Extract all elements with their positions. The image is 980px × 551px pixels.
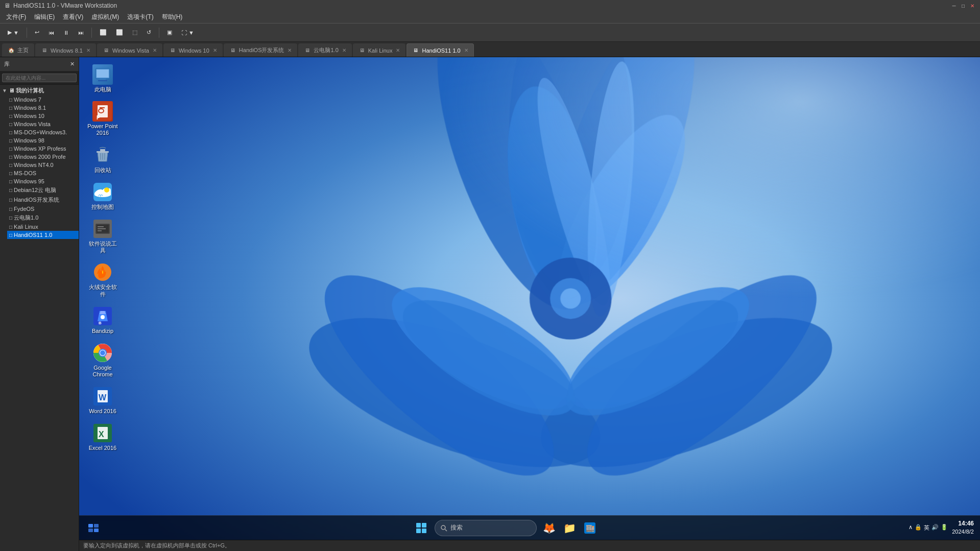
fullscreen-button[interactable]: ⛶ ▼: [178, 26, 198, 40]
desktop-icon-recycle[interactable]: 回收站: [84, 143, 121, 176]
tab-home[interactable]: 🏠 主页: [2, 43, 34, 57]
menu-vm[interactable]: 虚拟机(M): [87, 12, 123, 22]
menu-file[interactable]: 文件(F): [2, 12, 30, 22]
tree-item-win98[interactable]: □ Windows 98: [7, 136, 79, 145]
tab-windows10[interactable]: 🖥 Windows 10 ✕: [163, 43, 223, 57]
tree-item-winxp[interactable]: □ Windows XP Profess: [7, 145, 79, 153]
taskbar-file-explorer[interactable]: [85, 520, 102, 536]
taskbar-app-store[interactable]: 🏬: [582, 520, 598, 536]
next-button[interactable]: ⏭: [75, 26, 87, 40]
tree-item-win2000[interactable]: □ Windows 2000 Profe: [7, 153, 79, 161]
tray-security-icon[interactable]: 🔒: [915, 524, 922, 532]
stop-button[interactable]: ⏸: [60, 26, 73, 40]
tree-item-winnt4[interactable]: □ Windows NT4.0: [7, 161, 79, 169]
desktop-icon-word[interactable]: W Word 2016: [84, 384, 121, 417]
close-tab-vista[interactable]: ✕: [153, 47, 157, 53]
close-tab-windows81[interactable]: ✕: [86, 47, 90, 53]
tree-item-msdos[interactable]: □ MS-DOS: [7, 169, 79, 177]
tree-item-handios-dev[interactable]: □ HandiOS开发系统: [7, 195, 79, 205]
desktop-icon-tool[interactable]: 软件说说工具: [84, 217, 121, 256]
desktop-icons-area: 此电脑 P Power Po: [84, 62, 121, 454]
tab-cloud-pc[interactable]: 🖥 云电脑1.0 ✕: [298, 43, 351, 57]
tree-item-win7[interactable]: □ Windows 7: [7, 95, 79, 104]
tab-kali[interactable]: 🖥 Kali Linux ✕: [353, 43, 406, 57]
time-display[interactable]: 14:46 2024/8/2: [952, 519, 974, 536]
tree-root[interactable]: ▼ 🖥 我的计算机: [0, 86, 79, 95]
tree-item-handios11[interactable]: □ HandiOS11 1.0: [7, 231, 79, 239]
close-tab-kali[interactable]: ✕: [396, 47, 400, 53]
tab-handios11[interactable]: 🖥 HandiOS11 1.0 ✕: [407, 43, 473, 57]
svg-rect-60: [94, 529, 99, 532]
console-button[interactable]: ▣: [163, 26, 176, 40]
tree-label-msdos: MS-DOS: [14, 170, 36, 176]
vm-display[interactable]: 此电脑 P Power Po: [79, 57, 980, 540]
title-bar-left: 🖥 HandiOS11 1.0 - VMware Workstation: [4, 2, 117, 9]
tree-item-kali[interactable]: □ Kali Linux: [7, 223, 79, 231]
power-button[interactable]: ▶ ▼: [4, 26, 22, 40]
tree-item-msdos-win3[interactable]: □ MS-DOS+Windows3.: [7, 128, 79, 136]
console-icon: ▣: [167, 29, 172, 36]
tree-item-win10[interactable]: □ Windows 10: [7, 112, 79, 120]
close-button[interactable]: ✕: [969, 2, 976, 9]
tree-label-win98: Windows 98: [14, 137, 44, 143]
desktop-icon-ppt[interactable]: P Power Point2016: [84, 99, 121, 138]
settings-button-1[interactable]: ⬜: [96, 26, 110, 40]
taskbar-app-folder[interactable]: 📁: [561, 520, 578, 536]
maximize-button[interactable]: □: [960, 2, 967, 9]
tab-handios-dev[interactable]: 🖥 HandiOS开发系统 ✕: [224, 43, 298, 57]
tree-label-win81: Windows 8.1: [14, 105, 46, 111]
minimize-button[interactable]: ─: [950, 2, 958, 9]
power-icon: ▶: [8, 29, 12, 36]
close-tab-handios11[interactable]: ✕: [464, 47, 468, 53]
menu-view[interactable]: 查看(V): [59, 12, 87, 22]
power-dropdown-icon: ▼: [13, 30, 19, 36]
menu-tab[interactable]: 选项卡(T): [123, 12, 157, 22]
previous-icon: ⏮: [49, 30, 54, 36]
svg-rect-59: [94, 524, 99, 528]
vm-icon-cloudpc: □: [9, 215, 12, 221]
desktop-icon-fire[interactable]: 火绒安全软件: [84, 260, 121, 299]
tray-up-arrow[interactable]: ∧: [909, 524, 913, 532]
tray-volume-icon[interactable]: 🔊: [931, 524, 939, 532]
toolbar-divider-2: [91, 28, 92, 38]
settings-button-2[interactable]: ⬜: [112, 26, 127, 40]
desktop-icon-excel[interactable]: X Excel 2016: [84, 421, 121, 453]
menu-edit[interactable]: 编辑(E): [30, 12, 59, 22]
tab-windows81[interactable]: 🖥 Windows 8.1 ✕: [35, 43, 96, 57]
sidebar-search-input[interactable]: [2, 74, 77, 82]
tree-item-fydeos[interactable]: □ FydeOS: [7, 205, 79, 213]
tab-windowsvista[interactable]: 🖥 Windows Vista ✕: [97, 43, 162, 57]
tree-item-cloudpc[interactable]: □ 云电脑1.0: [7, 213, 79, 223]
revert-button[interactable]: ↩: [31, 26, 43, 40]
desktop-icon-chrome[interactable]: GoogleChrome: [84, 341, 121, 380]
settings-icon-1: ⬜: [100, 29, 107, 36]
tree-item-debian[interactable]: □ Debian12云 电脑: [7, 185, 79, 195]
tree-item-win95[interactable]: □ Windows 95: [7, 177, 79, 185]
sidebar-close-btn[interactable]: ✕: [70, 61, 75, 67]
svg-rect-23: [100, 79, 106, 80]
clock-date: 2024/8/2: [952, 528, 974, 536]
start-button[interactable]: [412, 519, 431, 537]
taskbar-app-fox[interactable]: 🦊: [541, 520, 557, 536]
desktop-icon-mypc[interactable]: 此电脑: [84, 62, 121, 95]
settings-button-3[interactable]: ⬚: [129, 26, 141, 40]
close-tab-cloud[interactable]: ✕: [342, 47, 346, 53]
svg-rect-24: [98, 80, 107, 81]
menu-help[interactable]: 帮助(H): [158, 12, 187, 22]
rotate-button[interactable]: ↺: [143, 26, 155, 40]
tray-language-icon[interactable]: 英: [924, 524, 929, 532]
previous-button[interactable]: ⏮: [45, 26, 58, 40]
monitor-icon-w10: 🖥: [169, 47, 176, 54]
title-bar: 🖥 HandiOS11 1.0 - VMware Workstation ─ □…: [0, 0, 980, 11]
tree-item-vista[interactable]: □ Windows Vista: [7, 120, 79, 128]
tree-item-win81[interactable]: □ Windows 8.1: [7, 104, 79, 112]
vm-icon-win81: □: [9, 105, 12, 111]
svg-rect-57: [88, 524, 93, 528]
close-tab-handios[interactable]: ✕: [288, 47, 292, 53]
desktop-icon-weather[interactable]: 控制地图: [84, 180, 121, 212]
monitor-icon-cloud: 🖥: [304, 47, 311, 54]
taskbar-search[interactable]: 搜索: [435, 520, 537, 536]
tray-battery-icon[interactable]: 🔋: [941, 524, 948, 532]
desktop-icon-bandizip[interactable]: B Bandizip: [84, 304, 121, 337]
close-tab-w10[interactable]: ✕: [213, 47, 217, 53]
